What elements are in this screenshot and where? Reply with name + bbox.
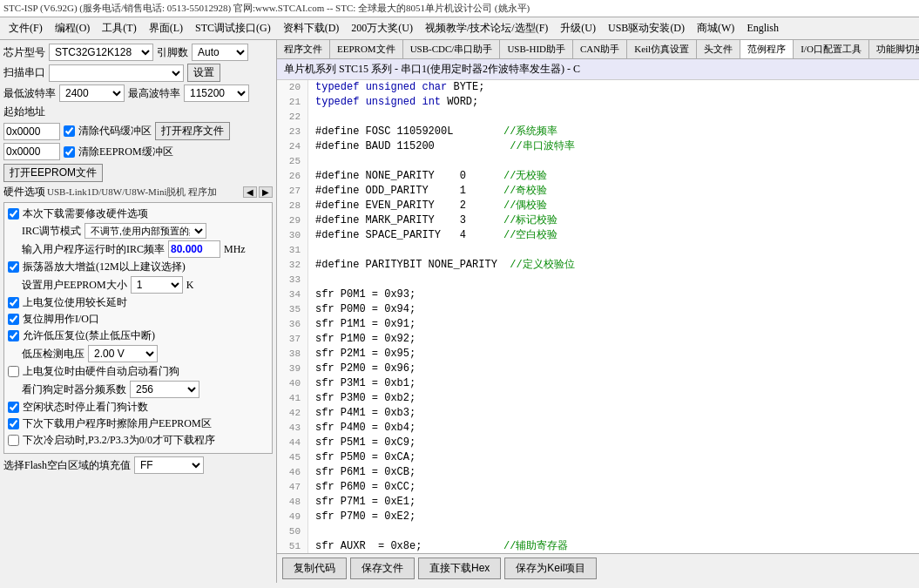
line-content: #define BAUD 115200 //串口波特率 [308,139,575,154]
low-volt-select[interactable]: 2.00 V [88,345,158,362]
bottom-btn-0[interactable]: 复制代码 [282,558,347,579]
scan-label: 扫描串口 [3,65,45,80]
line-number: 22 [277,110,308,125]
line-number: 38 [277,347,308,362]
bottom-btn-1[interactable]: 保存文件 [350,558,415,579]
max-baud-select[interactable]: 115200 [184,84,249,102]
chip-row: 芯片型号 STC32G12K128 引脚数 Auto [3,44,273,61]
menu-item-10[interactable]: 商城(W) [692,19,740,37]
scan-select[interactable] [49,64,184,82]
hw-scroll-right-button[interactable]: ▶ [259,186,273,198]
menu-item-1[interactable]: 编程(O) [50,19,96,37]
bottom-btn-3[interactable]: 保存为Keil项目 [504,558,597,579]
check-watchdog-checkbox[interactable] [8,366,19,377]
tab-8[interactable]: I/O口配置工具 [794,40,869,58]
check-low-volt-checkbox[interactable] [8,330,19,341]
code-line: 41sfr P3M0 = 0xb2; [277,391,919,406]
引脚数-select[interactable]: Auto [192,44,248,61]
chip-label: 芯片型号 [3,45,45,60]
bottom-btn-2[interactable]: 直接下载Hex [418,558,501,579]
code-line: 24#define BAUD 115200 //串口波特率 [277,139,919,154]
irc-select[interactable]: 不调节,使用内部预置的频率 [84,223,206,239]
code-line: 25 [277,154,919,169]
eeprom-size-row: 设置用户EEPROM大小 1 K [8,276,268,294]
bottom-bar: 复制代码保存文件直接下载Hex保存为Keil项目 [277,553,919,583]
right-panel: 程序文件EEPROM文件USB-CDC/串口助手USB-HID助手CAN助手Ke… [277,40,919,583]
tab-7[interactable]: 范例程序 [740,40,794,59]
open-eeprom-button[interactable]: 打开EEPROM文件 [3,164,103,182]
line-content: #define NONE_PARITY 0 //无校验 [308,169,547,184]
min-baud-select[interactable]: 2400 [59,84,125,102]
check-reset-io-checkbox[interactable] [8,314,19,325]
code-line: 32#define PARITYBIT NONE_PARITY //定义校验位 [277,258,919,273]
menu-item-8[interactable]: 升级(U) [555,19,601,37]
baud-row: 最低波特率 2400 最高波特率 115200 [3,84,273,102]
check-erase-eeprom-checkbox[interactable] [8,418,19,429]
code-line: 38sfr P2M1 = 0x95; [277,347,919,362]
line-number: 42 [277,406,308,421]
check-modify-hw-checkbox[interactable] [8,208,19,220]
line-content: sfr P6M1 = 0xCB; [308,465,416,480]
check-long-delay-checkbox[interactable] [8,297,19,308]
check-cold-start-checkbox[interactable] [8,435,19,446]
settings-button[interactable]: 设置 [187,64,220,82]
fill-select[interactable]: FF [134,456,204,474]
min-baud-label: 最低波特率 [3,86,56,101]
check-osc-gain-checkbox[interactable] [8,261,19,273]
check-low-volt-label: 允许低压复位(禁止低压中断) [23,328,155,343]
open-prog-button[interactable]: 打开程序文件 [155,122,230,140]
code-line: 42sfr P4M1 = 0xb3; [277,406,919,421]
chip-select[interactable]: STC32G12K128 [49,44,153,61]
menu-item-4[interactable]: STC调试接口(G) [190,19,276,37]
tab-0[interactable]: 程序文件 [277,40,330,58]
menu-item-6[interactable]: 200万大奖(U) [346,19,418,37]
addr2-input[interactable] [3,143,60,160]
menu-item-3[interactable]: 界面(L) [144,19,188,37]
check-cold-start: 下次冷启动时,P3.2/P3.3为0/0才可下载程序 [8,433,268,448]
tab-6[interactable]: 头文件 [697,40,740,58]
tab-5[interactable]: Keil仿真设置 [627,40,697,58]
menu-item-0[interactable]: 文件(F) [3,19,48,37]
menu-item-2[interactable]: 工具(T) [97,19,141,37]
tab-4[interactable]: CAN助手 [573,40,627,58]
line-content: sfr P5M1 = 0xC9; [308,436,416,450]
code-line: 51sfr AUXR = 0x8e; //辅助寄存器 [277,539,919,553]
code-header-text: 单片机系列 STC15 系列 - 串口1(使用定时器2作波特率发生器) - C [284,63,580,75]
code-line: 39sfr P2M0 = 0x96; [277,362,919,376]
irc-freq-input[interactable] [168,240,220,258]
line-number: 36 [277,317,308,332]
clear-eeprom-checkbox[interactable] [64,146,75,158]
code-line: 37sfr P1M0 = 0x92; [277,332,919,347]
low-volt-detect-label: 低压检测电压 [8,347,84,362]
title-text: STC-ISP (V6.92G) (服务电话/销售电话: 0513-550129… [3,3,530,13]
code-area[interactable]: 20typedef unsigned char BYTE;21typedef u… [277,80,919,553]
code-line: 49sfr P7M0 = 0xE2; [277,510,919,524]
eeprom-size-select[interactable]: 1 [131,276,183,294]
menu-item-7[interactable]: 视频教学/技术论坛/选型(F) [420,19,553,37]
hw-scroll-left-button[interactable]: ◀ [243,186,257,198]
fill-label: 选择Flash空白区域的填充值 [3,458,131,473]
tab-9[interactable]: 功能脚切换 [869,40,919,58]
line-content: #define EVEN_PARITY 2 //偶校验 [308,199,547,213]
left-panel: 芯片型号 STC32G12K128 引脚数 Auto 扫描串口 设置 最低波特率… [0,40,277,583]
tab-3[interactable]: USB-HID助手 [500,40,573,58]
line-content: sfr P4M1 = 0xb3; [308,406,416,421]
code-line: 30#define SPACE_PARITY 4 //空白校验 [277,228,919,243]
addr1-input[interactable] [3,123,60,140]
irc-freq-unit: MHz [224,243,246,256]
tab-1[interactable]: EEPROM文件 [330,40,403,58]
menu-item-11[interactable]: English [741,20,784,37]
check-idle-stop-checkbox[interactable] [8,402,19,413]
hw-options-group: 本次下载需要修改硬件选项 IRC调节模式 不调节,使用内部预置的频率 输入用户程… [3,202,273,454]
tab-2[interactable]: USB-CDC/串口助手 [403,40,501,58]
check-modify-hw-label: 本次下载需要修改硬件选项 [23,206,148,221]
menu-item-9[interactable]: USB驱动安装(D) [603,19,690,37]
line-number: 30 [277,228,308,243]
irc-freq-label: 输入用户程序运行时的IRC频率 [22,242,165,257]
check-osc-gain: 振荡器放大增益(12M以上建议选择) [8,260,268,274]
line-number: 26 [277,169,308,184]
code-line: 22 [277,110,919,125]
menu-item-5[interactable]: 资料下载(D) [278,19,345,37]
clear-code-checkbox[interactable] [64,125,75,137]
watchdog-select[interactable]: 256 [130,381,199,398]
